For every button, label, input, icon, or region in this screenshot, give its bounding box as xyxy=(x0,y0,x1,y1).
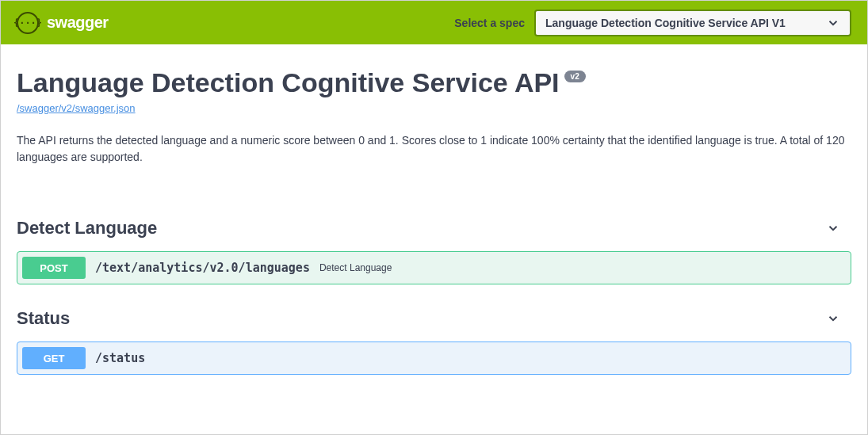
tag-detect-language: Detect Language POST /text/analytics/v2.… xyxy=(17,213,851,284)
operation-path: /status xyxy=(95,351,145,365)
operation-get-status[interactable]: GET /status xyxy=(17,342,851,375)
tag-header-status[interactable]: Status xyxy=(17,303,851,334)
spec-select[interactable]: Language Detection Cognitive Service API… xyxy=(534,10,851,36)
swagger-logo-text: swagger xyxy=(47,13,109,32)
operation-post-languages[interactable]: POST /text/analytics/v2.0/languages Dete… xyxy=(17,251,851,284)
spec-url-link[interactable]: /swagger/v2/swagger.json xyxy=(17,102,136,114)
operation-summary: Detect Language xyxy=(319,262,392,273)
method-badge-post: POST xyxy=(22,257,86,279)
tag-name: Detect Language xyxy=(17,218,157,238)
tag-status: Status GET /status xyxy=(17,303,851,375)
chevron-down-icon xyxy=(826,311,840,326)
spec-select-label: Select a spec xyxy=(454,17,525,29)
tag-name: Status xyxy=(17,308,70,329)
spec-selector-wrapper: Select a spec Language Detection Cogniti… xyxy=(454,10,851,36)
api-title: Language Detection Cognitive Service API… xyxy=(17,68,586,97)
chevron-down-icon xyxy=(826,221,840,235)
method-badge-get: GET xyxy=(22,347,86,369)
tag-header-detect[interactable]: Detect Language xyxy=(17,213,851,243)
operation-path: /text/analytics/v2.0/languages xyxy=(95,261,310,275)
api-title-text: Language Detection Cognitive Service API xyxy=(17,68,560,97)
chevron-down-icon xyxy=(826,16,840,30)
api-description: The API returns the detected language an… xyxy=(17,132,851,166)
spec-select-value: Language Detection Cognitive Service API… xyxy=(545,17,786,29)
version-badge: v2 xyxy=(564,71,586,82)
main-content: Language Detection Cognitive Service API… xyxy=(1,44,867,391)
topbar-brand: {···} swagger xyxy=(17,12,109,34)
swagger-logo-icon: {···} xyxy=(17,12,39,34)
topbar: {···} swagger Select a spec Language Det… xyxy=(1,1,867,44)
